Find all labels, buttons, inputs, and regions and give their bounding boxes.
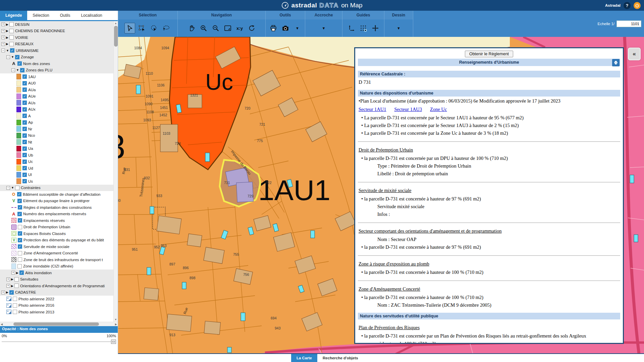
panel-print-button[interactable] xyxy=(612,59,620,66)
layer-label[interactable]: URBANISME xyxy=(16,49,39,53)
layer-label[interactable]: AUs xyxy=(28,101,36,105)
select-circle-tool[interactable] xyxy=(149,23,159,34)
tree-item[interactable]: ✓Bâtiment susceptible de changer d'affec… xyxy=(0,191,114,198)
arrow-expanded-icon[interactable]: ▼ xyxy=(11,186,14,189)
layer-checkbox[interactable] xyxy=(9,35,14,40)
layer-label[interactable]: AU0 xyxy=(28,81,36,85)
expand-icon[interactable]: + xyxy=(6,284,10,288)
layer-checkbox[interactable]: ✓ xyxy=(22,107,27,112)
obtenir-reglement-button[interactable]: Obtenir le Règlement xyxy=(465,51,513,57)
layer-checkbox[interactable]: ✓ xyxy=(22,74,27,79)
tree-item[interactable]: ✓AUa xyxy=(0,86,114,93)
expand-icon[interactable]: + xyxy=(1,42,5,46)
arrow-collapsed-icon[interactable]: ▶ xyxy=(16,271,18,275)
layer-checkbox[interactable] xyxy=(13,310,17,314)
tree-item[interactable]: +▶Orientations d'Aménagements et de Prog… xyxy=(0,283,114,289)
layer-checkbox[interactable]: ✓ xyxy=(9,290,14,295)
tree-item[interactable]: ✓AUx xyxy=(0,106,114,113)
collapse-icon[interactable]: − xyxy=(1,49,5,52)
scroll-up-arrow[interactable]: ▲ xyxy=(114,21,118,25)
select-lasso-tool[interactable] xyxy=(161,23,171,34)
tree-item[interactable]: ✓1AU xyxy=(0,73,114,80)
scroll-right-arrow[interactable]: ▶ xyxy=(115,323,117,326)
layer-label[interactable]: Photo aérienne 2013 xyxy=(18,310,54,314)
rotate-tool[interactable] xyxy=(247,23,257,34)
layer-label[interactable]: Orientations d'Aménagements et de Progra… xyxy=(20,284,105,288)
tree-item[interactable]: A✓Nom des zones xyxy=(0,60,114,67)
layer-checkbox[interactable] xyxy=(9,42,14,46)
arrow-collapsed-icon[interactable]: ▶ xyxy=(11,278,13,281)
logout-power-button[interactable] xyxy=(634,2,641,9)
tree-item[interactable]: −▼✓Zonage xyxy=(0,54,114,61)
layer-checkbox[interactable]: ✓ xyxy=(22,114,27,118)
layer-label[interactable]: CHEMINS DE RANDONNEE xyxy=(15,29,65,33)
layer-label[interactable]: Photo aérienne 2022 xyxy=(18,297,54,301)
layer-checkbox[interactable] xyxy=(13,303,17,308)
tree-item[interactable]: ✓Nr xyxy=(0,126,114,132)
tree-item[interactable]: A✓Numéro des emplacements réservés xyxy=(0,211,114,218)
layer-checkbox[interactable]: ✓ xyxy=(22,140,27,144)
layer-label[interactable]: Photo aérienne 2016 xyxy=(18,303,54,307)
tree-item[interactable]: ✓Nt xyxy=(0,139,114,145)
layer-label[interactable]: Zone de bruit des infrastructures de tra… xyxy=(23,258,103,262)
arrow-collapsed-icon[interactable]: ▶ xyxy=(6,42,8,46)
layer-checkbox[interactable]: ✓ xyxy=(18,205,22,209)
layer-label[interactable]: Droit de Préemption Urbain xyxy=(23,225,70,229)
arrow-collapsed-icon[interactable]: ▶ xyxy=(6,23,8,26)
layer-label[interactable]: Us xyxy=(28,179,33,183)
tab-la-carte[interactable]: La Carte xyxy=(291,354,317,362)
tree-item[interactable]: ✓AUs xyxy=(0,100,114,106)
layer-checkbox[interactable] xyxy=(9,22,14,26)
collapse-icon[interactable]: − xyxy=(11,68,15,72)
layer-checkbox[interactable] xyxy=(9,29,14,33)
arrow-expanded-icon[interactable]: ▼ xyxy=(11,55,14,59)
arrow-collapsed-icon[interactable]: ▶ xyxy=(6,291,8,294)
layer-label[interactable]: Aléa inondation xyxy=(25,271,52,275)
tree-item[interactable]: ✓Ua xyxy=(0,145,114,152)
layer-label[interactable]: Nom des zones xyxy=(23,62,50,66)
arrow-collapsed-icon[interactable]: ▶ xyxy=(6,29,8,33)
tree-item[interactable]: ✓Ul xyxy=(0,172,114,178)
tree-item[interactable]: −▼✓Zones des PLU xyxy=(0,67,114,74)
layer-checkbox[interactable]: ✓ xyxy=(18,244,22,249)
layer-checkbox[interactable]: ✓ xyxy=(22,101,27,105)
layer-label[interactable]: Bâtiment susceptible de changer d'affect… xyxy=(23,192,101,196)
scroll-left-arrow[interactable]: ◀ xyxy=(1,323,3,326)
expand-icon[interactable]: + xyxy=(1,291,5,294)
arrow-expanded-icon[interactable]: ▼ xyxy=(6,49,9,52)
layer-label[interactable]: Servitudes xyxy=(20,277,38,281)
scroll-down-arrow[interactable]: ▼ xyxy=(114,317,118,322)
tree-item[interactable]: +▶Servitudes xyxy=(0,276,114,283)
collapse-icon[interactable]: − xyxy=(6,186,10,190)
zoom-extent-tool[interactable] xyxy=(222,23,233,34)
tree-item[interactable]: ✓Ud xyxy=(0,165,114,172)
tree-item[interactable]: Photo aérienne 2022 xyxy=(0,296,114,302)
vertical-scrollbar[interactable]: ▲ ▼ xyxy=(113,21,118,322)
print-tool[interactable] xyxy=(268,23,279,34)
select-rectangle-tool[interactable] xyxy=(137,23,147,34)
tree-item[interactable]: Photo aérienne 2013 xyxy=(0,309,114,315)
tree-item[interactable]: +▶DESSIN xyxy=(0,21,114,28)
tree-item[interactable]: Droit de Préemption Urbain xyxy=(0,224,114,231)
layer-label[interactable]: Ul xyxy=(28,173,32,177)
layer-label[interactable]: DESSIN xyxy=(15,22,30,26)
layer-label[interactable]: 1AU xyxy=(28,75,36,79)
accroche-dropdown[interactable]: ▼ xyxy=(318,23,329,34)
scale-input[interactable] xyxy=(616,20,641,27)
help-button[interactable]: ? xyxy=(624,2,631,9)
layer-label[interactable]: Nt xyxy=(28,140,32,144)
layer-checkbox[interactable]: ✓ xyxy=(20,68,24,72)
layer-label[interactable]: RESEAUX xyxy=(15,42,34,46)
xy-coordinates-tool[interactable]: x:y xyxy=(234,23,245,34)
layer-checkbox[interactable]: ✓ xyxy=(18,231,22,236)
layer-checkbox[interactable]: ✓ xyxy=(22,94,27,99)
tree-item[interactable]: ✓Emplacements réservés xyxy=(0,217,114,224)
collapse-icon[interactable]: − xyxy=(6,55,10,59)
layer-checkbox[interactable]: ✓ xyxy=(22,127,27,131)
tree-item[interactable]: ✓Us xyxy=(0,178,114,185)
layer-label[interactable]: VOIRIE xyxy=(15,36,28,40)
layer-label[interactable]: A xyxy=(28,114,31,118)
tree-item[interactable]: +▶VOIRIE xyxy=(0,34,114,41)
tab-localisation[interactable]: Localisation xyxy=(75,11,107,20)
horizontal-scrollbar[interactable]: ◀ ▶ xyxy=(0,322,118,326)
